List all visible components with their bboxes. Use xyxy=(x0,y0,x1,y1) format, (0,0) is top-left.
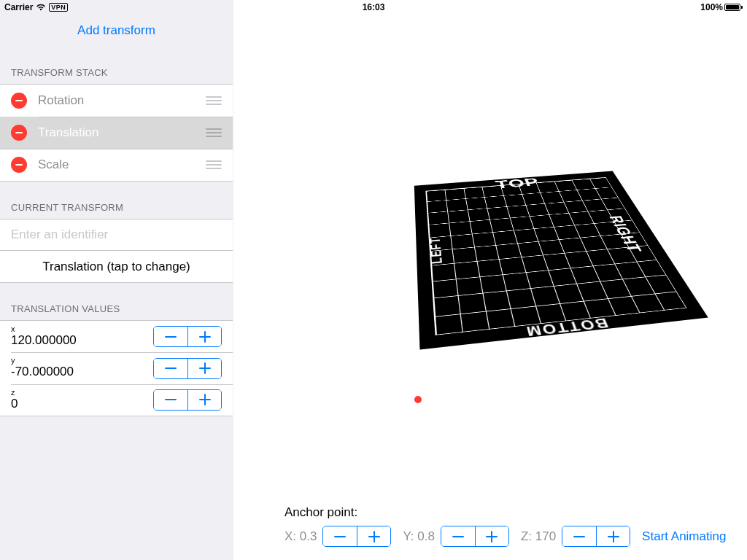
value-row-z: z 0 xyxy=(0,384,233,416)
svg-rect-5 xyxy=(199,368,211,369)
anchor-y-label: Y: 0.8 xyxy=(403,529,434,544)
plus-button[interactable] xyxy=(187,327,221,346)
axis-value: -70.000000 xyxy=(11,365,153,379)
svg-rect-3 xyxy=(165,368,177,369)
preview-3d-view[interactable]: TOP BOTTOM LEFT RIGHT xyxy=(233,15,747,494)
delete-icon[interactable] xyxy=(11,157,27,173)
x-stepper xyxy=(153,326,222,347)
start-animating-button[interactable]: Start Animating xyxy=(642,529,726,544)
current-header: CURRENT TRANSFORM xyxy=(0,182,233,219)
preview-panel: TOP BOTTOM LEFT RIGHT Anchor point: X: 0… xyxy=(233,0,747,560)
stack-row-label: Scale xyxy=(38,158,206,172)
stack-row-label: Rotation xyxy=(38,93,206,108)
stack-row-label: Translation xyxy=(38,125,206,140)
delete-icon[interactable] xyxy=(11,125,27,141)
drag-handle-icon[interactable] xyxy=(206,96,222,105)
vpn-badge: VPN xyxy=(49,3,68,12)
stack-row-scale[interactable]: Scale xyxy=(0,149,233,181)
svg-rect-12 xyxy=(452,536,464,537)
drag-handle-icon[interactable] xyxy=(206,160,222,169)
z-stepper xyxy=(153,389,222,411)
identifier-input[interactable] xyxy=(11,228,222,242)
stack-header: TRANSFORM STACK xyxy=(0,47,233,84)
plus-button[interactable] xyxy=(187,359,221,378)
minus-button[interactable] xyxy=(562,526,596,546)
drag-handle-icon[interactable] xyxy=(206,128,222,137)
carrier-label: Carrier xyxy=(4,2,33,12)
svg-rect-8 xyxy=(199,399,211,400)
value-row-x: x 120.000000 xyxy=(0,321,233,352)
clock: 16:03 xyxy=(363,2,385,12)
battery-icon xyxy=(724,4,743,11)
transform-type-label: Translation (tap to change) xyxy=(42,260,190,274)
anchor-title: Anchor point: xyxy=(285,505,725,520)
svg-rect-2 xyxy=(199,336,211,338)
anchor-z-stepper xyxy=(562,526,630,547)
status-bar: Carrier VPN 16:03 100% xyxy=(0,0,747,15)
axis-value: 120.000000 xyxy=(11,333,153,348)
svg-rect-15 xyxy=(573,536,585,537)
axis-label: z xyxy=(11,389,153,397)
svg-rect-14 xyxy=(486,536,498,537)
sidebar: Add transform TRANSFORM STACK Rotation T… xyxy=(0,0,233,560)
minus-button[interactable] xyxy=(441,526,475,546)
axis-label: y xyxy=(11,357,153,365)
bottom-bar: Anchor point: X: 0.3 Y: 0.8 xyxy=(233,505,747,560)
minus-button[interactable] xyxy=(154,327,187,346)
svg-rect-6 xyxy=(165,399,177,400)
wifi-icon xyxy=(36,4,46,11)
svg-rect-11 xyxy=(368,536,380,537)
plus-button[interactable] xyxy=(596,526,630,546)
anchor-x-label: X: 0.3 xyxy=(285,529,317,544)
anchor-point-dot xyxy=(414,396,422,403)
plus-button[interactable] xyxy=(187,390,221,410)
plus-button[interactable] xyxy=(475,526,508,546)
axis-label: x xyxy=(11,325,153,333)
axis-value: 0 xyxy=(11,397,153,411)
transform-plane: TOP BOTTOM LEFT RIGHT xyxy=(414,171,708,350)
add-transform-button[interactable]: Add transform xyxy=(77,23,155,38)
svg-rect-17 xyxy=(608,536,619,537)
anchor-x-stepper xyxy=(322,526,391,547)
svg-rect-9 xyxy=(334,536,346,537)
minus-button[interactable] xyxy=(154,359,187,378)
stack-row-rotation[interactable]: Rotation xyxy=(0,85,233,117)
svg-rect-0 xyxy=(165,336,177,338)
transform-stack-list: Rotation Translation Scale xyxy=(0,84,233,182)
transform-type-button[interactable]: Translation (tap to change) xyxy=(0,251,233,283)
stack-row-translation[interactable]: Translation xyxy=(0,117,233,149)
value-row-y: y -70.000000 xyxy=(0,352,233,384)
values-header: TRANSLATION VALUES xyxy=(0,283,233,320)
delete-icon[interactable] xyxy=(11,93,27,109)
minus-button[interactable] xyxy=(154,390,187,410)
identifier-row xyxy=(0,219,233,251)
anchor-y-stepper xyxy=(441,526,509,547)
plus-button[interactable] xyxy=(357,526,390,546)
anchor-z-label: Z: 170 xyxy=(521,529,556,544)
minus-button[interactable] xyxy=(323,526,357,546)
y-stepper xyxy=(153,358,222,379)
battery-percent: 100% xyxy=(700,2,723,12)
